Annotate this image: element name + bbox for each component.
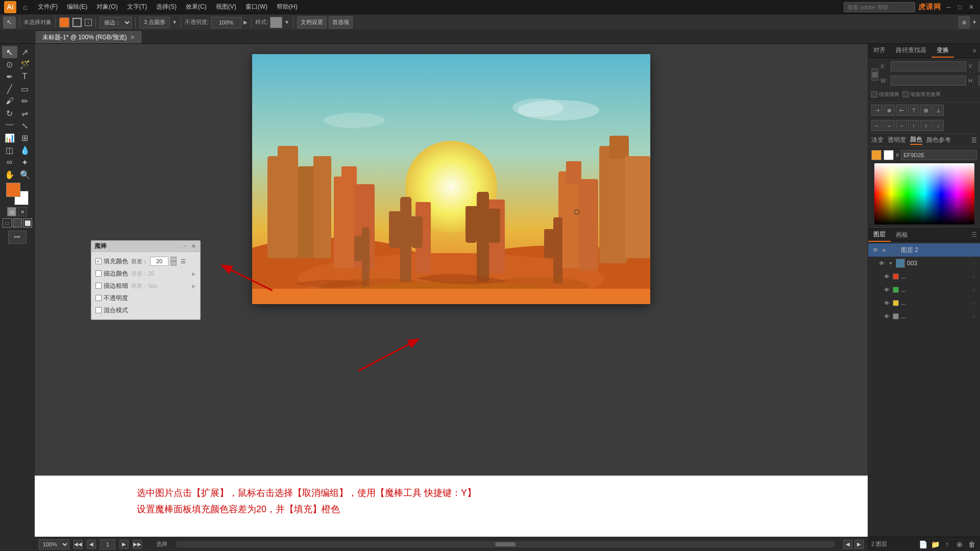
layers-tab[interactable]: 图层 — [868, 228, 891, 242]
dist-v-bottom-btn[interactable]: ↓ — [933, 120, 944, 131]
style-preview[interactable] — [270, 17, 282, 28]
symbol-tool[interactable]: ✦ — [17, 156, 33, 168]
style-arrow[interactable]: ▼ — [284, 19, 289, 25]
selection-tool-btn[interactable]: ↖ — [3, 16, 16, 29]
artboards-tab[interactable]: 画板 — [891, 229, 913, 241]
menu-file[interactable]: 文件(F) — [34, 2, 62, 12]
text-tool[interactable]: T — [17, 70, 33, 83]
none-swatch[interactable]: ✕ — [18, 207, 27, 216]
layeryellow-lock[interactable]: ○ — [970, 299, 977, 307]
foreground-color-swatch[interactable] — [6, 183, 20, 197]
layer-row-green[interactable]: 👁 ... ○ — [868, 283, 980, 296]
delete-layer-btn[interactable]: 🗑 — [967, 539, 977, 549]
menu-edit[interactable]: 编辑(E) — [63, 2, 91, 12]
align-top-btn[interactable]: ⊤ — [908, 105, 919, 116]
stepper-up[interactable]: ▲ — [170, 257, 177, 261]
window-minimize[interactable]: ─ — [944, 4, 953, 11]
layer-row-yellow[interactable]: 👁 ... ○ — [868, 296, 980, 310]
line-tool[interactable]: ╱ — [2, 83, 17, 95]
menu-view[interactable]: 视图(V) — [212, 2, 240, 12]
zoom-tool[interactable]: 🔍 — [17, 168, 33, 181]
new-layer-page-btn[interactable]: 📄 — [918, 539, 928, 549]
stroke-width-checkbox[interactable] — [95, 283, 102, 289]
stepper-down[interactable]: ▼ — [170, 261, 177, 266]
layer003-lock[interactable]: ○ — [970, 260, 977, 267]
layergreen-lock[interactable]: ○ — [970, 286, 977, 293]
align-center-v-btn[interactable]: ⊞ — [920, 105, 932, 116]
align-bottom-btn[interactable]: ⊥ — [933, 105, 944, 116]
graph-tool[interactable]: 📊 — [2, 132, 17, 144]
stroke-color-checkbox[interactable] — [95, 270, 102, 277]
menu-effect[interactable]: 效果(C) — [182, 2, 211, 12]
dist-v-center-btn[interactable]: ↕ — [920, 120, 932, 131]
blend-tool[interactable]: ∞ — [2, 156, 17, 168]
scroll-left-btn[interactable]: ◀ — [843, 540, 852, 549]
home-btn[interactable]: ⌂ — [19, 2, 31, 13]
tint-tab[interactable]: 淡变 — [871, 136, 884, 144]
page-input[interactable] — [100, 539, 115, 549]
lasso-tool[interactable]: ⊙ — [2, 58, 17, 70]
dist-h-center-btn[interactable]: ↔ — [884, 120, 895, 131]
pathfinder-tab[interactable]: 路径查找器 — [891, 44, 932, 58]
mirror-tool[interactable]: ⇌ — [17, 107, 33, 119]
color-wheel[interactable] — [874, 163, 974, 224]
bottom-scrollbar[interactable] — [176, 541, 835, 547]
layer-row-003[interactable]: 👁 ▼ 003 ○ — [868, 257, 980, 270]
hex-color-input[interactable] — [901, 150, 977, 160]
eyedropper-tool[interactable]: 💧 — [17, 144, 33, 156]
mask-mode-btn[interactable]: ⬛ — [13, 218, 22, 228]
document-tab[interactable]: 未标题-1* @ 100% (RGB/预览) ✕ — [36, 31, 141, 43]
panel-menu-btn[interactable]: ☰ — [179, 257, 188, 266]
fill-color-checkbox[interactable] — [95, 258, 102, 264]
opacity-arrow[interactable]: ▶ — [243, 19, 248, 25]
dist-v-top-btn[interactable]: ↑ — [908, 120, 919, 131]
hand-tool[interactable]: ✋ — [2, 168, 17, 181]
page-last-btn[interactable]: ▶▶ — [133, 540, 142, 549]
transform-tab[interactable]: 变换 — [932, 44, 954, 58]
panel-close-btn[interactable]: ✕ — [190, 243, 197, 250]
layergray-eye[interactable]: 👁 — [883, 312, 891, 320]
screen-mode-btn[interactable]: ⬜ — [23, 218, 32, 228]
color-ref-tab[interactable]: 颜色参考 — [926, 136, 951, 144]
tab-close-btn[interactable]: ✕ — [130, 34, 135, 41]
right-panel-close[interactable]: ✕ — [969, 47, 980, 55]
layerred-lock[interactable]: ○ — [970, 273, 977, 280]
more-tools-btn[interactable]: ••• — [8, 231, 27, 244]
align-center-h-btn[interactable]: ⊕ — [884, 105, 895, 116]
layer2-lock[interactable]: ○ — [970, 246, 977, 254]
layergreen-eye[interactable]: 👁 — [883, 286, 891, 294]
layer003-expander[interactable]: ▼ — [888, 260, 894, 266]
fill-color-swatch[interactable] — [59, 17, 69, 28]
pen-tool[interactable]: ✒ — [2, 70, 17, 83]
layer-row-red[interactable]: 👁 ... ○ — [868, 270, 980, 283]
dist-h-right-btn[interactable]: → — [896, 120, 907, 131]
select-tool[interactable]: ↖ — [2, 46, 17, 58]
warp-tool[interactable]: 〰 — [2, 119, 17, 132]
opacity-input[interactable] — [211, 17, 241, 28]
arrange-btn[interactable]: ≡ — [959, 16, 970, 29]
color-menu-btn[interactable]: ☰ — [971, 137, 977, 144]
scroll-right-btn[interactable]: ▶ — [854, 540, 864, 549]
color-wheel-canvas[interactable] — [874, 163, 974, 224]
paintbrush-tool[interactable]: 🖌 — [2, 95, 17, 107]
canvas-wrapper[interactable]: 魔棒 − ✕ 填充颜色 容差： — [35, 44, 868, 475]
page-first-btn[interactable]: ◀◀ — [74, 540, 83, 549]
gradient-swatch[interactable]: ▤ — [7, 207, 16, 216]
mesh-tool[interactable]: ⊞ — [17, 132, 33, 144]
page-prev-btn[interactable]: ◀ — [87, 540, 96, 549]
layer2-expander[interactable]: ▶ — [881, 247, 888, 253]
move-selection-btn[interactable]: ↑ — [942, 539, 952, 549]
layer-row-gray[interactable]: 👁 ... ○ — [868, 310, 980, 323]
layergray-lock[interactable]: ○ — [970, 313, 977, 320]
window-maximize[interactable]: □ — [956, 4, 964, 11]
free-transform-tool[interactable]: ⤡ — [17, 119, 33, 132]
layer-row-2[interactable]: 👁 ▶ 图层 2 ○ — [868, 243, 980, 257]
opacity-checkbox[interactable] — [95, 295, 102, 301]
layeryellow-eye[interactable]: 👁 — [883, 299, 891, 307]
scrollbar-thumb[interactable] — [495, 542, 516, 546]
align-tab[interactable]: 对齐 — [868, 44, 891, 58]
scale-effect-checkbox[interactable] — [902, 91, 909, 97]
scale-stroke-checkbox[interactable] — [871, 91, 877, 97]
brush-select[interactable]: 插边： — [100, 17, 132, 28]
layers-menu-btn[interactable]: ☰ — [968, 231, 980, 238]
